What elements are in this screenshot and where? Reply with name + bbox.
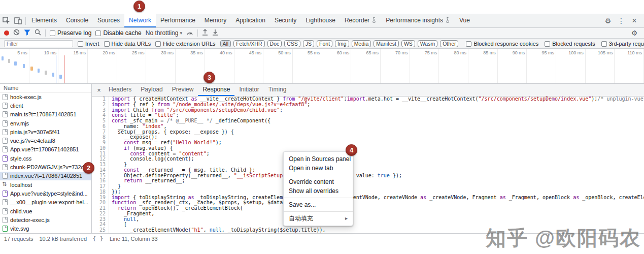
network-conditions-icon[interactable] [186,29,193,37]
request-row[interactable]: vite.svg [0,224,91,233]
type-filter-pill[interactable]: Font [317,40,332,47]
type-filter-pill[interactable]: All [220,40,231,47]
context-menu-item[interactable]: Show all overrides [284,186,353,196]
request-row[interactable]: chunk-PD2AWGJV.js?v=732d... [0,163,91,171]
inspect-element-icon[interactable] [3,17,10,24]
devtools-tab[interactable]: Vue [455,14,474,27]
detail-tab[interactable]: Response [198,84,234,96]
request-row[interactable]: App.vue?vue&type=style&ind... [0,189,91,198]
detail-tab[interactable]: Preview [167,84,198,96]
more-options-icon[interactable]: ⋮ [616,15,627,26]
response-code-viewer[interactable]: 1import { createHotContext as __vite__cr… [92,97,644,233]
context-menu-item[interactable]: Save as... [284,200,353,209]
line-number[interactable]: 10 [92,146,109,151]
filter-toggle-icon[interactable] [24,29,30,37]
line-number[interactable]: 1 [92,97,109,102]
disable-cache-checkbox[interactable]: Disable cache [95,29,141,37]
line-number[interactable]: 4 [92,113,109,118]
devtools-tab[interactable]: Performance [156,14,200,27]
devtools-tab[interactable]: Elements [27,14,61,27]
detail-tab[interactable]: Payload [136,84,167,96]
request-row[interactable]: main.ts?t=1708671402851 [0,110,91,119]
devtools-tab[interactable]: Security [270,14,301,27]
type-filter-pill[interactable]: Doc [267,40,282,47]
preserve-log-checkbox[interactable]: Preserve log [50,29,91,37]
close-devtools-icon[interactable]: × [629,15,640,26]
request-row[interactable]: env.mjs [0,119,91,128]
network-settings-gear-icon[interactable]: ⚙ [629,27,640,39]
request-row[interactable]: App.vue?t=1708671402851 [0,145,91,154]
line-number[interactable]: 2 [92,102,109,108]
blocked-requests-checkbox[interactable]: Blocked requests [545,41,595,47]
type-filter-pill[interactable]: WS [401,40,415,47]
hide-extension-urls-checkbox[interactable]: Hide extension URLs [155,41,215,47]
devtools-tab[interactable]: Application [231,14,270,27]
name-column-header[interactable]: Name [0,84,91,92]
line-number[interactable]: 14 [92,168,109,173]
search-icon[interactable] [35,29,41,37]
devtools-tab[interactable]: Console [61,14,93,27]
type-filter-pill[interactable]: Img [335,40,349,47]
export-har-icon[interactable] [212,29,218,37]
filter-input[interactable] [4,40,73,47]
detail-tab[interactable]: Initiator [234,84,263,96]
devtools-tab[interactable]: Sources [93,14,124,27]
devtools-tab[interactable]: Performance insights [381,14,455,27]
third-party-requests-checkbox[interactable]: 3rd-party requests [601,41,644,47]
line-number[interactable]: 25 [92,228,109,233]
type-filter-pill[interactable]: CSS [284,40,300,47]
line-number[interactable]: 3 [92,108,109,113]
type-filter-pills: All Fetch/XHR Doc CSS JS Font Img Media … [220,40,459,47]
request-detail-panel: × Headers Payload Preview Response Initi… [92,84,644,233]
line-number[interactable]: 8 [92,135,109,140]
line-number[interactable]: 22 [92,211,109,217]
line-number[interactable]: 18 [92,189,109,195]
line-number[interactable]: 7 [92,130,109,135]
type-filter-pill[interactable]: Fetch/XHR [233,40,264,47]
network-timeline-overview[interactable]: 5 ms 10 ms 15 ms 20 ms 25 ms 30 ms 35 ms… [0,49,644,84]
detail-tab[interactable]: Timing [264,84,291,96]
detail-tab[interactable]: Headers [104,84,136,96]
request-row[interactable]: pinia.js?v=307e5f41 [0,128,91,136]
settings-gear-icon[interactable]: ⚙ [602,15,614,26]
pretty-print-icon[interactable]: { } [93,236,104,241]
type-filter-pill[interactable]: Other [440,40,458,47]
request-row[interactable]: index.vue?t=1708671402851 [0,172,91,180]
request-row[interactable]: detector-exec.js [0,215,91,224]
devtools-tab[interactable]: Lighthouse [301,14,340,27]
type-filter-pill[interactable]: JS [303,40,314,47]
device-toolbar-icon[interactable] [14,17,22,24]
code-text[interactable]: _createElementVNode("h1", null, _toDispl… [109,228,325,233]
clear-network-log-icon[interactable] [13,29,20,37]
record-network-log-button[interactable] [4,30,9,36]
invert-checkbox[interactable]: Invert [78,41,99,47]
code-text[interactable]: const __returned__ = { msg, title, Child… [109,168,255,173]
devtools-window: Elements Console Sources Network [0,0,644,254]
throttling-dropdown[interactable]: No throttling ▾ [146,29,182,37]
devtools-tab[interactable]: Network [124,14,156,27]
line-number[interactable]: 5 [92,118,109,124]
request-row[interactable]: localhost [0,180,91,189]
request-row[interactable]: child.vue [0,207,91,215]
request-row[interactable]: style.css [0,154,91,163]
context-menu-item[interactable]: Open in new tab [284,164,353,173]
hide-extension-urls-label: Hide extension URLs [163,41,215,47]
code-text[interactable]: __name: "index", [109,124,166,130]
devtools-tab[interactable]: Memory [200,14,231,27]
hide-data-urls-checkbox[interactable]: Hide data URLs [104,41,151,47]
type-filter-pill[interactable]: Wasm [418,40,437,47]
type-filter-pill[interactable]: Media [352,40,371,47]
line-number[interactable]: 6 [92,124,109,130]
request-row[interactable]: __x00__plugin-vue:export-hel... [0,198,91,207]
blocked-response-cookies-checkbox[interactable]: Blocked response cookies [466,41,538,47]
type-filter-pill[interactable]: Manifest [374,40,399,47]
request-row[interactable]: client [0,101,91,110]
request-row[interactable]: vue.js?v=e4cfaaf8 [0,136,91,145]
close-detail-panel-icon[interactable]: × [94,86,104,94]
devtools-tab[interactable]: Recorder [340,14,381,27]
request-row[interactable]: hook-exec.js [0,92,91,101]
context-menu-item[interactable]: 自动填充 ▸ [284,214,353,223]
import-har-icon[interactable] [202,29,208,37]
context-menu-item[interactable]: Open in Sources panel [284,154,353,164]
context-menu-item[interactable]: Override content [284,177,353,186]
